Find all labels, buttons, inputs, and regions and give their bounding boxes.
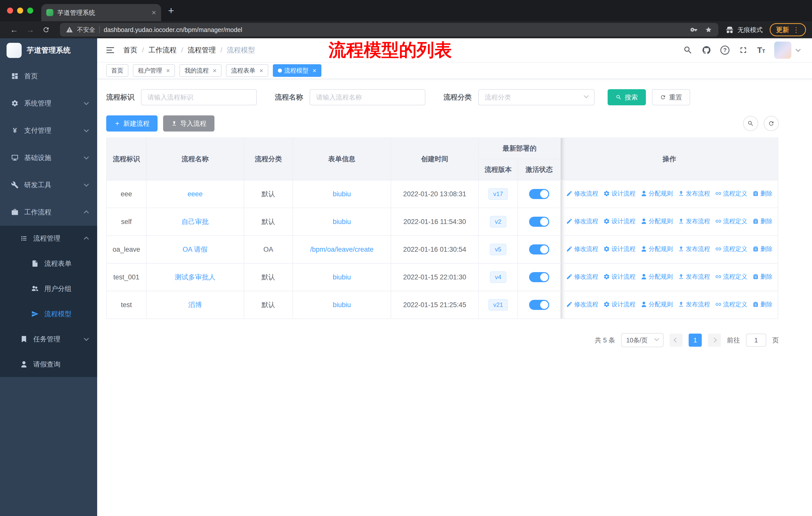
- page-number-button[interactable]: 1: [689, 333, 702, 347]
- op-flow-definition[interactable]: 流程定义: [715, 217, 747, 225]
- sidebar-item-process-form[interactable]: 流程表单: [0, 251, 97, 276]
- sidebar-item-task-mgmt[interactable]: 任务管理: [0, 327, 97, 352]
- close-icon[interactable]: ×: [213, 67, 216, 74]
- breadcrumb-item[interactable]: 首页: [123, 45, 138, 55]
- sidebar-item-process-model[interactable]: 流程模型: [0, 301, 97, 327]
- password-key-icon[interactable]: [690, 26, 698, 33]
- page-size-select[interactable]: 10条/页: [621, 333, 664, 347]
- close-icon[interactable]: ×: [313, 67, 316, 74]
- help-icon[interactable]: ?: [720, 46, 729, 55]
- op-publish-flow[interactable]: 发布流程: [678, 189, 710, 197]
- op-delete-flow[interactable]: 删除: [752, 300, 773, 308]
- reload-button[interactable]: [42, 26, 50, 33]
- breadcrumb-item[interactable]: 工作流程: [148, 45, 177, 55]
- window-zoom-button[interactable]: [27, 7, 33, 13]
- op-design-flow[interactable]: 设计流程: [603, 273, 636, 281]
- op-edit-flow[interactable]: 修改流程: [566, 189, 598, 197]
- sidebar-item-payment[interactable]: ¥ 支付管理: [0, 117, 97, 144]
- active-toggle[interactable]: [529, 189, 549, 199]
- flow-name-link[interactable]: 测试多审批人: [175, 273, 215, 281]
- op-delete-flow[interactable]: 删除: [752, 245, 773, 253]
- menu-fold-icon[interactable]: [105, 45, 115, 55]
- sidebar-item-home[interactable]: 首页: [0, 62, 97, 90]
- update-button[interactable]: 更新 ⋮: [770, 23, 806, 36]
- tab-close-icon[interactable]: ×: [151, 9, 156, 17]
- op-assign-rule[interactable]: 分配规则: [641, 217, 673, 225]
- op-publish-flow[interactable]: 发布流程: [678, 273, 710, 281]
- sidebar-item-system[interactable]: 系统管理: [0, 90, 97, 117]
- op-assign-rule[interactable]: 分配规则: [641, 273, 673, 281]
- url-text[interactable]: dashboard.yudao.iocoder.cn/bpm/manager/m…: [104, 26, 683, 33]
- op-design-flow[interactable]: 设计流程: [603, 217, 636, 225]
- op-edit-flow[interactable]: 修改流程: [566, 273, 598, 281]
- flow-name-link[interactable]: 自己审批: [181, 218, 209, 225]
- create-flow-button[interactable]: 新建流程: [106, 115, 157, 132]
- browser-tab[interactable]: 芋道管理系统 ×: [41, 4, 161, 21]
- op-delete-flow[interactable]: 删除: [752, 273, 773, 281]
- op-design-flow[interactable]: 设计流程: [603, 245, 636, 253]
- form-info-link[interactable]: biubiu: [333, 218, 351, 225]
- active-toggle[interactable]: [529, 272, 549, 282]
- op-publish-flow[interactable]: 发布流程: [678, 300, 710, 308]
- flow-name-link[interactable]: eeee: [187, 190, 203, 198]
- font-size-icon[interactable]: TT: [757, 46, 765, 54]
- next-page-button[interactable]: [708, 333, 721, 347]
- browser-menu-icon[interactable]: ⋮: [793, 26, 800, 34]
- close-icon[interactable]: ×: [166, 67, 170, 74]
- view-tab-my-flow[interactable]: 我的流程×: [179, 64, 222, 77]
- view-tab-home[interactable]: 首页: [106, 64, 128, 77]
- window-close-button[interactable]: [7, 7, 13, 13]
- flow-name-link[interactable]: OA 请假: [182, 246, 207, 253]
- op-flow-definition[interactable]: 流程定义: [715, 245, 747, 253]
- view-tab-tenant[interactable]: 租户管理×: [133, 64, 175, 77]
- search-button[interactable]: 搜索: [608, 89, 646, 105]
- op-assign-rule[interactable]: 分配规则: [641, 245, 673, 253]
- new-tab-button[interactable]: +: [168, 5, 174, 17]
- sidebar-item-devtools[interactable]: 研发工具: [0, 171, 97, 198]
- op-edit-flow[interactable]: 修改流程: [566, 245, 598, 253]
- sidebar-item-leave-query[interactable]: 请假查询: [0, 352, 97, 377]
- user-avatar[interactable]: [774, 42, 791, 59]
- active-toggle[interactable]: [529, 217, 549, 227]
- forward-button[interactable]: →: [26, 25, 34, 34]
- op-assign-rule[interactable]: 分配规则: [641, 189, 673, 197]
- form-info-link[interactable]: biubiu: [333, 301, 351, 309]
- op-edit-flow[interactable]: 修改流程: [566, 217, 598, 225]
- op-flow-definition[interactable]: 流程定义: [715, 273, 747, 281]
- prev-page-button[interactable]: [670, 333, 683, 347]
- github-icon[interactable]: [702, 45, 711, 55]
- form-info-link[interactable]: /bpm/oa/leave/create: [310, 246, 374, 253]
- view-tab-flow-form[interactable]: 流程表单×: [226, 64, 268, 77]
- fullscreen-icon[interactable]: [738, 45, 748, 55]
- view-tab-flow-model[interactable]: 流程模型×: [273, 64, 321, 77]
- op-design-flow[interactable]: 设计流程: [603, 300, 636, 308]
- flow-name-link[interactable]: 滔博: [188, 301, 202, 309]
- address-bar[interactable]: 不安全 dashboard.yudao.iocoder.cn/bpm/manag…: [60, 23, 718, 36]
- sidebar-item-user-group[interactable]: 用户分组: [0, 276, 97, 301]
- form-info-link[interactable]: biubiu: [333, 190, 351, 198]
- op-publish-flow[interactable]: 发布流程: [678, 217, 710, 225]
- form-info-link[interactable]: biubiu: [333, 273, 351, 281]
- op-flow-definition[interactable]: 流程定义: [715, 189, 747, 197]
- reset-button[interactable]: 重置: [652, 89, 690, 105]
- op-design-flow[interactable]: 设计流程: [603, 189, 636, 197]
- filter-category-select[interactable]: 流程分类: [478, 89, 594, 105]
- op-delete-flow[interactable]: 删除: [752, 217, 773, 225]
- op-assign-rule[interactable]: 分配规则: [641, 300, 673, 308]
- op-edit-flow[interactable]: 修改流程: [566, 300, 598, 308]
- filter-name-input[interactable]: [310, 89, 425, 105]
- window-minimize-button[interactable]: [17, 7, 23, 13]
- filter-key-input[interactable]: [141, 89, 257, 105]
- security-label[interactable]: 不安全: [77, 26, 95, 34]
- toggle-search-button[interactable]: [743, 116, 758, 131]
- search-icon[interactable]: [683, 45, 693, 55]
- op-delete-flow[interactable]: 删除: [752, 189, 773, 197]
- import-flow-button[interactable]: 导入流程: [163, 115, 214, 132]
- active-toggle[interactable]: [529, 244, 549, 254]
- close-icon[interactable]: ×: [259, 67, 263, 74]
- active-toggle[interactable]: [529, 300, 549, 310]
- sidebar-item-infra[interactable]: 基础设施: [0, 144, 97, 171]
- breadcrumb-item[interactable]: 流程管理: [188, 45, 216, 55]
- goto-page-input[interactable]: [746, 333, 766, 347]
- back-button[interactable]: ←: [10, 25, 18, 34]
